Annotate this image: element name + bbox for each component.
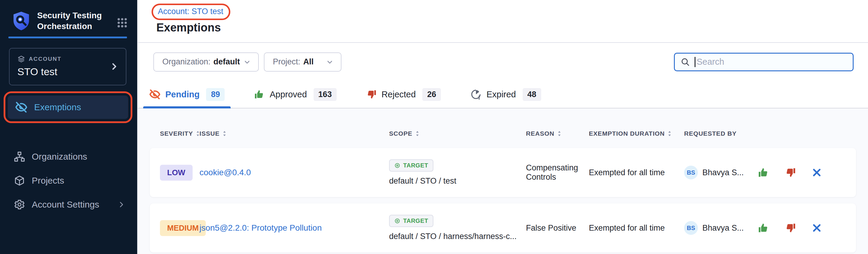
shield-search-logo-icon	[12, 10, 31, 31]
tab-count-badge: 89	[206, 88, 225, 101]
cube-icon	[14, 175, 25, 186]
scope-type-label: TARGET	[403, 162, 428, 169]
dismiss-button[interactable]	[812, 167, 822, 178]
approve-button[interactable]	[758, 222, 769, 234]
scope-type-chip: TARGET	[389, 159, 433, 171]
tab-count-badge: 163	[314, 88, 337, 101]
scope-type-chip: TARGET	[389, 215, 433, 227]
tab-approved[interactable]: Approved 163	[252, 81, 338, 108]
breadcrumb-annotation-highlight: Account: STO test	[152, 4, 230, 20]
filter-bar: Organization: default Project: All	[138, 43, 868, 81]
duration-cell: Exempted for all time	[589, 168, 684, 177]
issue-cell: json5@2.2.0: Prototype Pollution	[199, 223, 389, 233]
approve-button[interactable]	[758, 167, 769, 178]
sidebar-item-label: Account Settings	[32, 199, 99, 210]
organization-dropdown[interactable]: Organization: default	[153, 53, 259, 72]
column-header-exemption-duration[interactable]: EXEMPTION DURATION	[589, 130, 684, 137]
sort-icon[interactable]	[557, 130, 561, 137]
sidebar-item-organizations[interactable]: Organizations	[0, 145, 137, 169]
sidebar-item-account-settings[interactable]: Account Settings	[0, 193, 137, 217]
reject-button[interactable]	[785, 222, 796, 234]
chevron-down-icon	[243, 58, 251, 66]
table-row[interactable]: LOW cookie@0.4.0 TARGET default / STO / …	[150, 148, 856, 197]
timer-expired-icon	[470, 89, 482, 100]
tab-rejected[interactable]: Rejected 26	[364, 81, 443, 108]
sidebar: Security Testing Orchestration ACCOUNT S…	[0, 0, 138, 254]
severity-badge: MEDIUM	[160, 220, 206, 236]
column-label: REASON	[526, 130, 554, 137]
reason-cell: Compensating Controls	[526, 163, 589, 182]
column-header-severity[interactable]: SEVERITY	[150, 130, 199, 137]
column-header-issue[interactable]: ISSUE	[199, 130, 389, 137]
sidebar-item-label: Projects	[32, 176, 64, 186]
sidebar-item-exemptions[interactable]: Exemptions	[8, 96, 128, 119]
requester-name: Bhavya S...	[702, 223, 744, 233]
avatar: BS	[684, 221, 698, 235]
organization-dropdown-value: default	[214, 57, 240, 66]
sidebar-item-projects[interactable]: Projects	[0, 169, 137, 193]
app-logo-row: Security Testing Orchestration	[0, 0, 137, 32]
chevron-right-icon	[110, 62, 119, 71]
scope-type-label: TARGET	[403, 218, 428, 224]
main-content: Account: STO test Exemptions Organizatio…	[138, 0, 868, 254]
column-header-scope[interactable]: SCOPE	[389, 130, 526, 137]
sidebar-item-label: Organizations	[32, 152, 87, 162]
scope-cell: TARGET default / STO / test	[389, 159, 526, 186]
organization-dropdown-label: Organization:	[162, 57, 211, 66]
column-header-reason[interactable]: REASON	[526, 130, 589, 137]
search-icon	[680, 57, 690, 67]
duration-cell: Exempted for all time	[589, 223, 684, 233]
column-header-requested-by: REQUESTED BY	[684, 130, 758, 137]
issue-cell: cookie@0.4.0	[199, 168, 389, 177]
account-scope-card[interactable]: ACCOUNT STO test	[9, 48, 126, 85]
sort-icon[interactable]	[222, 130, 226, 137]
tab-expired[interactable]: Expired 48	[468, 81, 543, 108]
column-label: REQUESTED BY	[684, 130, 737, 137]
row-actions	[758, 222, 856, 234]
eye-off-icon	[149, 89, 160, 100]
scope-path: default / STO / harness/harness-c...	[389, 232, 517, 241]
tab-label: Expired	[487, 90, 516, 99]
sort-icon[interactable]	[668, 130, 672, 137]
chevron-down-icon	[326, 58, 334, 66]
project-dropdown-label: Project:	[273, 57, 301, 66]
dismiss-button[interactable]	[812, 223, 822, 233]
column-label: EXEMPTION DURATION	[589, 130, 664, 137]
text-cursor	[694, 57, 695, 67]
search-box	[674, 53, 854, 71]
logo-underline	[8, 36, 127, 38]
table-row[interactable]: MEDIUM json5@2.2.0: Prototype Pollution …	[150, 203, 856, 253]
tab-count-badge: 48	[523, 88, 541, 101]
account-name: STO test	[18, 66, 118, 77]
tab-label: Rejected	[381, 90, 416, 99]
exemptions-table: SEVERITY ISSUE SCOPE REASON	[138, 108, 868, 254]
severity-cell: LOW	[150, 165, 199, 181]
severity-badge: LOW	[160, 165, 193, 181]
row-actions	[758, 167, 856, 178]
issue-link[interactable]: json5@2.2.0: Prototype Pollution	[199, 223, 322, 232]
layers-icon	[18, 55, 25, 63]
requested-by-cell: BS Bhavya S...	[684, 221, 758, 235]
reject-button[interactable]	[785, 167, 796, 178]
status-tabs: Pending 89 Approved 163 Rejected 26	[138, 81, 868, 108]
thumbs-down-icon	[366, 89, 377, 100]
scope-path: default / STO / test	[389, 177, 457, 186]
avatar: BS	[684, 166, 698, 180]
sort-icon[interactable]	[415, 130, 419, 137]
issue-link[interactable]: cookie@0.4.0	[199, 168, 251, 177]
table-header-row: SEVERITY ISSUE SCOPE REASON	[150, 108, 856, 148]
scope-cell: TARGET default / STO / harness/harness-c…	[389, 215, 526, 241]
column-label: ISSUE	[199, 130, 220, 137]
page-title: Exemptions	[156, 21, 868, 34]
app-switcher-grid-icon[interactable]	[116, 17, 128, 29]
requested-by-cell: BS Bhavya S...	[684, 166, 758, 180]
tab-label: Approved	[270, 90, 307, 99]
column-label: SEVERITY	[160, 130, 193, 137]
tab-pending[interactable]: Pending 89	[147, 81, 226, 108]
requester-name: Bhavya S...	[702, 168, 744, 177]
breadcrumb[interactable]: Account: STO test	[158, 7, 223, 16]
search-input[interactable]	[697, 57, 847, 67]
exemptions-annotation-highlight: Exemptions	[4, 91, 132, 123]
project-dropdown[interactable]: Project: All	[264, 53, 341, 72]
org-hierarchy-icon	[14, 151, 25, 162]
